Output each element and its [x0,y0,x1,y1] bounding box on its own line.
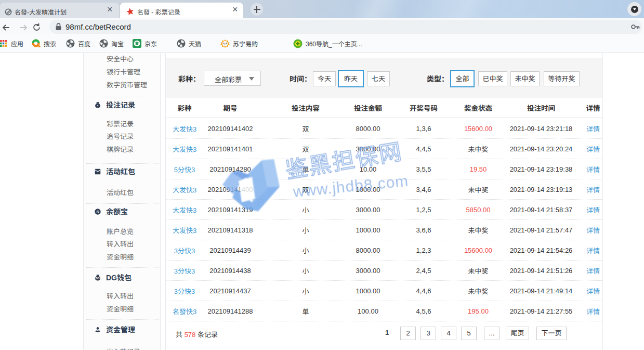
svg-text:S: S [96,210,99,214]
svg-text:DG: DG [96,277,100,279]
